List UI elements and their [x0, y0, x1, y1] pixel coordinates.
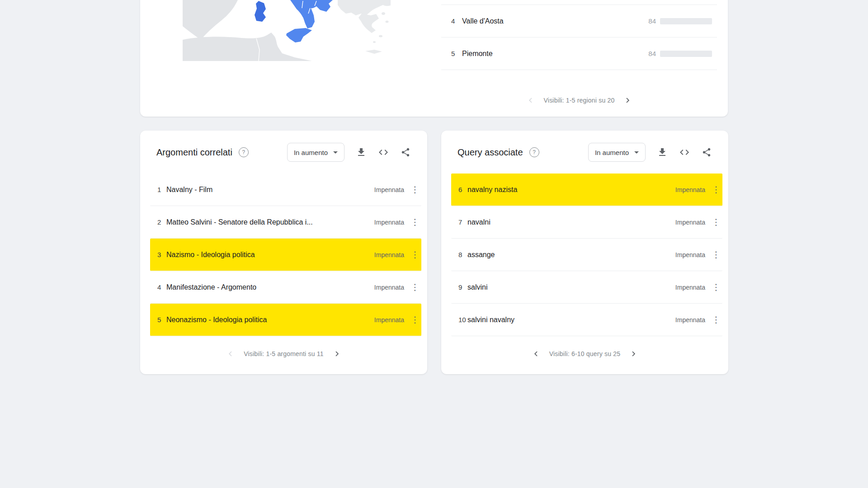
topic-trend-value: Impennata [374, 251, 404, 258]
map-region-sicilia[interactable] [286, 28, 312, 42]
region-score-bar [660, 18, 712, 24]
more-vert-icon[interactable]: ⋮ [710, 213, 722, 231]
more-vert-icon[interactable]: ⋮ [409, 278, 421, 296]
interest-by-region-card: 4 Valle d'Aosta 84 5 Piemonte 84 [140, 0, 728, 117]
related-topics-header: Argomenti correlati ? In aumento [156, 141, 411, 164]
region-score: 84 [648, 17, 656, 25]
query-label[interactable]: salvini navalny [467, 316, 670, 324]
region-row[interactable]: 4 Valle d'Aosta 84 [441, 5, 717, 37]
region-ranking-list: 4 Valle d'Aosta 84 5 Piemonte 84 [441, 5, 717, 70]
query-row[interactable]: 9 salvini Impennata ⋮ [451, 271, 722, 304]
map-island-aegean-4 [373, 41, 376, 43]
query-label[interactable]: assange [467, 251, 670, 259]
code-embed-icon[interactable] [679, 147, 690, 158]
topic-trend-value: Impennata [374, 186, 404, 193]
query-label[interactable]: navalni [467, 218, 670, 226]
query-trend-value: Impennata [675, 186, 705, 193]
download-icon[interactable] [657, 147, 668, 158]
query-trend-value: Impennata [675, 251, 705, 258]
region-rank: 5 [451, 50, 462, 57]
map-island-aegean-1 [382, 12, 385, 15]
chevron-right-icon[interactable] [628, 348, 639, 359]
topic-trend-value: Impennata [374, 316, 404, 324]
topic-row[interactable]: 1 Navalny - Film Impennata ⋮ [150, 174, 421, 206]
dropdown-caret-icon [634, 151, 639, 154]
more-vert-icon[interactable]: ⋮ [710, 246, 722, 264]
map-region-sardegna[interactable] [255, 1, 266, 22]
map-island-balearic [207, 11, 215, 16]
map-region-south-italy[interactable] [290, 0, 333, 28]
region-pagination-label: Visibili: 1-5 regioni su 20 [544, 97, 615, 104]
topic-row[interactable]: 4 Manifestazione - Argomento Impennata ⋮ [150, 271, 421, 304]
help-icon[interactable]: ? [239, 147, 249, 157]
more-vert-icon[interactable]: ⋮ [409, 181, 421, 199]
query-rank: 10 [458, 316, 467, 324]
topic-label[interactable]: Manifestazione - Argomento [166, 283, 369, 291]
map-land-spain [183, 0, 238, 40]
region-name[interactable]: Valle d'Aosta [462, 17, 504, 25]
topic-rank: 5 [157, 316, 166, 324]
topic-rank: 3 [157, 251, 166, 258]
query-rank: 8 [458, 251, 467, 258]
related-topics-list: 1 Navalny - Film Impennata ⋮ 2 Matteo Sa… [150, 174, 421, 336]
query-rank: 9 [458, 283, 467, 291]
more-vert-icon[interactable]: ⋮ [409, 311, 421, 329]
chevron-right-icon[interactable] [623, 95, 633, 106]
topic-label[interactable]: Matteo Salvini - Senatore della Repubbli… [166, 218, 369, 226]
code-embed-icon[interactable] [378, 147, 389, 158]
sort-dropdown[interactable]: In aumento [588, 143, 646, 162]
geo-map[interactable] [183, 0, 391, 61]
region-score: 84 [648, 50, 656, 57]
more-vert-icon[interactable]: ⋮ [710, 278, 722, 296]
query-rank: 7 [458, 218, 467, 226]
query-row[interactable]: 8 assange Impennata ⋮ [451, 239, 722, 271]
chevron-right-icon[interactable] [332, 348, 343, 359]
related-queries-pagination-label: Visibili: 6-10 query su 25 [549, 350, 620, 357]
share-icon[interactable] [400, 147, 411, 158]
query-label[interactable]: navalny nazista [467, 186, 670, 194]
query-trend-value: Impennata [675, 316, 705, 324]
map-island-balearic-small [200, 16, 205, 19]
topic-label[interactable]: Navalny - Film [166, 186, 369, 194]
topic-trend-value: Impennata [374, 219, 404, 226]
chevron-left-icon[interactable] [530, 348, 541, 359]
related-queries-list: 6 navalny nazista Impennata ⋮ 7 navalni … [451, 174, 722, 336]
related-queries-pagination: Visibili: 6-10 query su 25 [441, 344, 728, 364]
google-trends-explore-page: 4 Valle d'Aosta 84 5 Piemonte 84 [0, 0, 868, 488]
region-rank: 4 [451, 17, 462, 25]
help-icon[interactable]: ? [529, 147, 539, 157]
region-pagination: Visibili: 1-5 regioni su 20 [441, 90, 717, 110]
sort-dropdown[interactable]: In aumento [287, 143, 344, 162]
region-name[interactable]: Piemonte [462, 50, 493, 58]
region-row[interactable]: 5 Piemonte 84 [441, 37, 717, 70]
topic-rank: 1 [157, 186, 166, 193]
topic-rank: 4 [157, 283, 166, 291]
sort-dropdown-value: In aumento [595, 149, 629, 156]
more-vert-icon[interactable]: ⋮ [710, 181, 722, 199]
topic-row[interactable]: 5 Neonazismo - Ideologia politica Impenn… [150, 304, 421, 336]
download-icon[interactable] [356, 147, 367, 158]
map-island-aegean-3 [379, 35, 382, 38]
topic-label[interactable]: Nazismo - Ideologia politica [166, 251, 369, 259]
dropdown-caret-icon [333, 151, 338, 154]
related-queries-header: Query associate ? In aumento [458, 141, 712, 164]
topic-label[interactable]: Neonazismo - Ideologia politica [166, 316, 369, 324]
query-row[interactable]: 10 salvini navalny Impennata ⋮ [451, 304, 722, 336]
region-score-bar [660, 51, 712, 57]
topic-row[interactable]: 3 Nazismo - Ideologia politica Impennata… [150, 239, 421, 271]
chevron-left-icon [225, 348, 236, 359]
region-pagination-wrap: Visibili: 1-5 regioni su 20 [441, 83, 717, 110]
more-vert-icon[interactable]: ⋮ [409, 213, 421, 231]
card-title: Argomenti correlati [156, 147, 232, 158]
query-rank: 6 [458, 186, 467, 193]
share-icon[interactable] [701, 147, 712, 158]
query-row[interactable]: 6 navalny nazista Impennata ⋮ [451, 174, 722, 206]
query-row[interactable]: 7 navalni Impennata ⋮ [451, 206, 722, 239]
related-queries-card: Query associate ? In aumento 6 navalny n… [441, 131, 728, 374]
more-vert-icon[interactable]: ⋮ [409, 246, 421, 264]
more-vert-icon[interactable]: ⋮ [710, 311, 722, 329]
related-topics-card: Argomenti correlati ? In aumento 1 Naval… [140, 131, 427, 374]
query-trend-value: Impennata [675, 219, 705, 226]
query-label[interactable]: salvini [467, 283, 670, 291]
topic-row[interactable]: 2 Matteo Salvini - Senatore della Repubb… [150, 206, 421, 239]
